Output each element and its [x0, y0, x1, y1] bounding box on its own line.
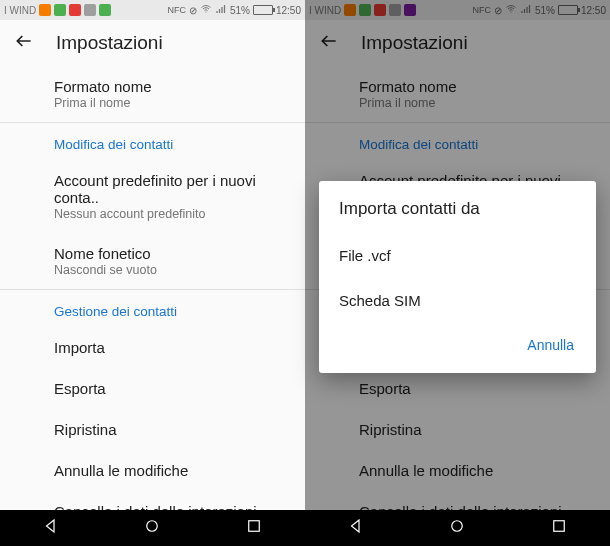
nav-bar [305, 510, 610, 546]
nav-recent-icon[interactable] [245, 517, 263, 539]
nav-back-icon[interactable] [42, 517, 60, 539]
row-subtitle: Nessun account predefinito [54, 207, 289, 221]
row-title: Annulla le modifiche [359, 462, 594, 479]
section-header-manage: Gestione dei contatti [0, 290, 305, 327]
nfc-icon: NFC [472, 5, 491, 15]
no-sim-icon: ⊘ [189, 5, 197, 16]
app-bar: Impostazioni [305, 20, 610, 66]
row-title: Esporta [54, 380, 289, 397]
svg-rect-2 [249, 521, 260, 532]
nav-recent-icon[interactable] [550, 517, 568, 539]
section-header-edit: Modifica dei contatti [305, 123, 610, 160]
notif-icon [84, 4, 96, 16]
page-title: Impostazioni [361, 32, 468, 54]
notif-icon [374, 4, 386, 16]
dialog-option-sim[interactable]: Scheda SIM [319, 278, 596, 323]
row-default-account[interactable]: Account predefinito per i nuovi conta.. … [0, 160, 305, 233]
notif-icon [99, 4, 111, 16]
row-title: Formato nome [54, 78, 289, 95]
status-bar: I WIND NFC ⊘ 51% 12:50 [305, 0, 610, 20]
notif-icon [344, 4, 356, 16]
row-title: Nome fonetico [54, 245, 289, 262]
battery-icon [558, 5, 578, 15]
svg-rect-5 [554, 521, 565, 532]
row-undo-changes: Annulla le modifiche [305, 450, 610, 491]
page-title: Impostazioni [56, 32, 163, 54]
app-bar: Impostazioni [0, 20, 305, 66]
row-import[interactable]: Importa [0, 327, 305, 368]
row-subtitle: Prima il nome [359, 96, 594, 110]
row-name-format: Formato nome Prima il nome [305, 66, 610, 122]
wifi-icon [200, 3, 212, 17]
row-title: Cancella i dati delle interazioni [359, 503, 594, 510]
dialog-title: Importa contatti da [319, 181, 596, 233]
row-name-format[interactable]: Formato nome Prima il nome [0, 66, 305, 122]
dialog-cancel-button[interactable]: Annulla [517, 329, 584, 361]
svg-point-4 [452, 521, 463, 532]
row-subtitle: Nascondi se vuoto [54, 263, 289, 277]
signal-icon [215, 3, 227, 17]
back-icon[interactable] [319, 31, 339, 55]
notif-icon [359, 4, 371, 16]
dialog-option-vcf[interactable]: File .vcf [319, 233, 596, 278]
row-export: Esporta [305, 368, 610, 409]
clock: 12:50 [581, 5, 606, 16]
row-restore: Ripristina [305, 409, 610, 450]
notif-icon [54, 4, 66, 16]
row-subtitle: Prima il nome [54, 96, 289, 110]
no-sim-icon: ⊘ [494, 5, 502, 16]
carrier-label: I WIND [309, 5, 341, 16]
row-export[interactable]: Esporta [0, 368, 305, 409]
svg-point-0 [205, 11, 206, 12]
row-clear-interactions[interactable]: Cancella i dati delle interazioni [0, 491, 305, 510]
row-undo-changes[interactable]: Annulla le modifiche [0, 450, 305, 491]
row-title: Annulla le modifiche [54, 462, 289, 479]
notif-icon [69, 4, 81, 16]
row-title: Ripristina [54, 421, 289, 438]
settings-list[interactable]: Formato nome Prima il nome Modifica dei … [0, 66, 305, 510]
notif-icon [39, 4, 51, 16]
nav-home-icon[interactable] [143, 517, 161, 539]
notif-icon [389, 4, 401, 16]
notif-icon [404, 4, 416, 16]
row-title: Cancella i dati delle interazioni [54, 503, 289, 510]
signal-icon [520, 3, 532, 17]
svg-point-1 [147, 521, 158, 532]
carrier-label: I WIND [4, 5, 36, 16]
nfc-icon: NFC [167, 5, 186, 15]
back-icon[interactable] [14, 31, 34, 55]
status-bar: I WIND NFC ⊘ 51% 12:50 [0, 0, 305, 20]
svg-point-3 [510, 11, 511, 12]
row-phonetic-name[interactable]: Nome fonetico Nascondi se vuoto [0, 233, 305, 289]
nav-home-icon[interactable] [448, 517, 466, 539]
battery-pct: 51% [230, 5, 250, 16]
import-dialog: Importa contatti da File .vcf Scheda SIM… [319, 181, 596, 373]
clock: 12:50 [276, 5, 301, 16]
row-title: Ripristina [359, 421, 594, 438]
row-restore[interactable]: Ripristina [0, 409, 305, 450]
nav-bar [0, 510, 305, 546]
battery-icon [253, 5, 273, 15]
row-title: Account predefinito per i nuovi conta.. [54, 172, 289, 206]
section-header-edit: Modifica dei contatti [0, 123, 305, 160]
nav-back-icon[interactable] [347, 517, 365, 539]
row-title: Importa [54, 339, 289, 356]
battery-pct: 51% [535, 5, 555, 16]
wifi-icon [505, 3, 517, 17]
row-title: Esporta [359, 380, 594, 397]
row-clear-interactions: Cancella i dati delle interazioni [305, 491, 610, 510]
row-title: Formato nome [359, 78, 594, 95]
